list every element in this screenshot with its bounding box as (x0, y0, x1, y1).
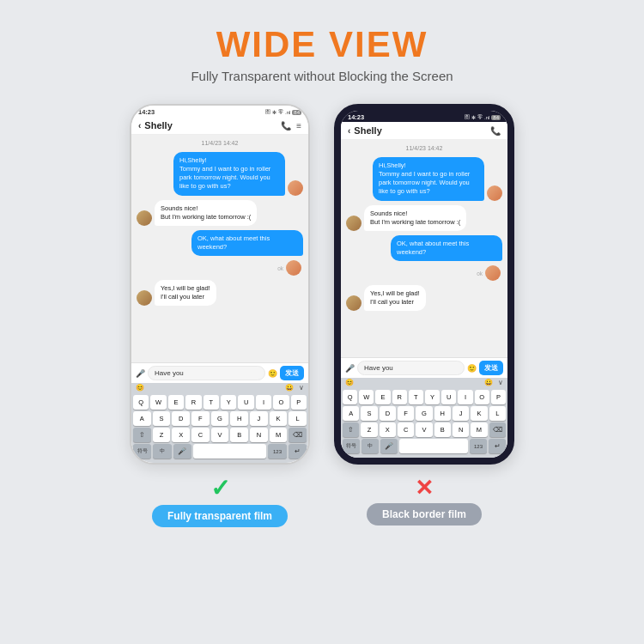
rkey-y[interactable]: Y (425, 390, 440, 404)
rkey-b[interactable]: B (434, 422, 451, 437)
key-k[interactable]: K (270, 411, 288, 426)
left-input-field[interactable]: Have you (148, 366, 265, 380)
right-kb-sticker-icon[interactable]: 😊 (345, 379, 354, 386)
rkey-q[interactable]: Q (343, 390, 357, 404)
phone-icon[interactable]: 📞 (281, 121, 291, 131)
left-kb-toolbar: 😊 😀 ∨ (131, 383, 308, 393)
right-phone-icon[interactable]: 📞 (490, 126, 501, 136)
right-phone: 14:23 图 ✻ 零 .nl 84 ‹ Shelly 📞 (334, 104, 514, 465)
key-s[interactable]: S (153, 411, 171, 426)
key-mic-kb[interactable]: 🎤 (173, 444, 191, 459)
right-mic-icon[interactable]: 🎤 (345, 364, 355, 373)
rkey-return[interactable]: ↵ (489, 439, 506, 453)
rkey-r[interactable]: R (392, 390, 407, 404)
rkey-t[interactable]: T (409, 390, 423, 404)
left-phone: 14:23 图 ✻ 零 .nl 84 ‹ Shelly 📞 ≡ (130, 104, 310, 465)
rkey-symbol[interactable]: 符号 (343, 439, 360, 453)
rkey-h[interactable]: H (434, 406, 451, 421)
key-return[interactable]: ↵ (289, 444, 307, 459)
rkey-n[interactable]: N (453, 422, 469, 437)
rkey-v[interactable]: V (416, 422, 432, 437)
rkey-e[interactable]: E (375, 390, 390, 404)
key-c[interactable]: C (191, 428, 210, 442)
key-w[interactable]: W (150, 395, 166, 410)
left-kb-emoji-icon[interactable]: 😀 (285, 384, 294, 392)
rkey-j[interactable]: J (453, 406, 469, 421)
right-send-button[interactable]: 发送 (479, 361, 503, 375)
left-kb-sticker-icon[interactable]: 😊 (136, 384, 144, 392)
key-m[interactable]: M (270, 428, 288, 442)
rkey-mic-kb[interactable]: 🎤 (380, 439, 398, 453)
rkey-s[interactable]: S (361, 406, 377, 421)
key-chinese[interactable]: 中 (153, 444, 171, 459)
key-i[interactable]: I (256, 395, 271, 410)
rkey-w[interactable]: W (359, 390, 374, 404)
key-n[interactable]: N (250, 428, 268, 442)
left-msg-1: Hi,Shelly!Tommy and I want to go in roll… (137, 152, 303, 196)
key-space[interactable] (193, 444, 266, 459)
rkey-z[interactable]: Z (361, 422, 377, 437)
rkey-shift[interactable]: ⇧ (343, 422, 359, 437)
key-x[interactable]: X (172, 428, 190, 442)
rkey-chinese[interactable]: 中 (361, 439, 379, 453)
key-a[interactable]: A (133, 411, 151, 426)
rkey-p[interactable]: P (491, 390, 506, 404)
rkey-o[interactable]: O (475, 390, 489, 404)
rkey-u[interactable]: U (441, 390, 456, 404)
rkey-c[interactable]: C (398, 422, 414, 437)
key-y[interactable]: Y (221, 395, 236, 410)
rkey-delete[interactable]: ⌫ (489, 422, 506, 437)
rkey-f[interactable]: F (398, 406, 414, 421)
left-chat-header: ‹ Shelly 📞 ≡ (131, 117, 308, 135)
rkey-d[interactable]: D (380, 406, 396, 421)
key-r[interactable]: R (185, 395, 201, 410)
right-kb-chevron-icon[interactable]: ∨ (498, 379, 503, 386)
key-delete[interactable]: ⌫ (289, 428, 307, 442)
key-v[interactable]: V (211, 428, 229, 442)
key-g[interactable]: G (211, 411, 229, 426)
left-mic-icon[interactable]: 🎤 (136, 369, 145, 378)
right-kb-emoji-icon[interactable]: 😀 (484, 379, 493, 386)
left-emoji-icon[interactable]: 🙂 (268, 369, 277, 378)
key-b[interactable]: B (230, 428, 248, 442)
right-input-field[interactable]: Have you (357, 361, 465, 375)
rkey-x[interactable]: X (380, 422, 396, 437)
right-back-arrow-icon[interactable]: ‹ (348, 126, 350, 136)
left-kb-row2: A S D F G H J K L (133, 411, 307, 426)
rkey-i[interactable]: I (458, 390, 472, 404)
key-t[interactable]: T (204, 395, 219, 410)
right-msg-4: Yes,I will be glad!I'll call you later (346, 285, 502, 311)
left-ok-row: ok (137, 260, 303, 276)
key-f[interactable]: F (191, 411, 210, 426)
key-123[interactable]: 123 (268, 444, 286, 459)
rkey-123[interactable]: 123 (470, 439, 487, 453)
key-l[interactable]: L (289, 411, 307, 426)
key-q[interactable]: Q (133, 395, 149, 410)
key-u[interactable]: U (238, 395, 253, 410)
rkey-k[interactable]: K (471, 406, 487, 421)
rkey-g[interactable]: G (416, 406, 432, 421)
right-ok-text: ok (477, 270, 483, 276)
back-arrow-icon[interactable]: ‹ (138, 121, 141, 131)
left-kb-chevron-icon[interactable]: ∨ (299, 384, 304, 392)
right-chat-body: 11/4/23 14:42 Hi,Shelly!Tommy and I want… (341, 140, 507, 357)
key-h[interactable]: H (230, 411, 248, 426)
key-z[interactable]: Z (153, 428, 171, 442)
menu-icon[interactable]: ≡ (296, 121, 301, 131)
rkey-m[interactable]: M (471, 422, 487, 437)
key-shift[interactable]: ⇧ (133, 428, 151, 442)
key-e[interactable]: E (168, 395, 184, 410)
right-emoji-icon[interactable]: 🙂 (467, 364, 477, 373)
rkey-l[interactable]: L (489, 406, 506, 421)
key-o[interactable]: O (273, 395, 289, 410)
key-symbol[interactable]: 符号 (133, 444, 151, 459)
rkey-space[interactable] (399, 439, 468, 453)
left-bubble-2: Sounds nice!But I'm working late tomorro… (155, 200, 257, 226)
key-p[interactable]: P (291, 395, 307, 410)
left-send-button[interactable]: 发送 (280, 366, 304, 380)
rkey-a[interactable]: A (343, 406, 359, 421)
key-d[interactable]: D (172, 411, 190, 426)
left-msg-3: OK, what about meet this weekend? (137, 230, 303, 256)
key-j[interactable]: J (250, 411, 268, 426)
left-kb-row3: ⇧ Z X C V B N M ⌫ (133, 428, 307, 442)
